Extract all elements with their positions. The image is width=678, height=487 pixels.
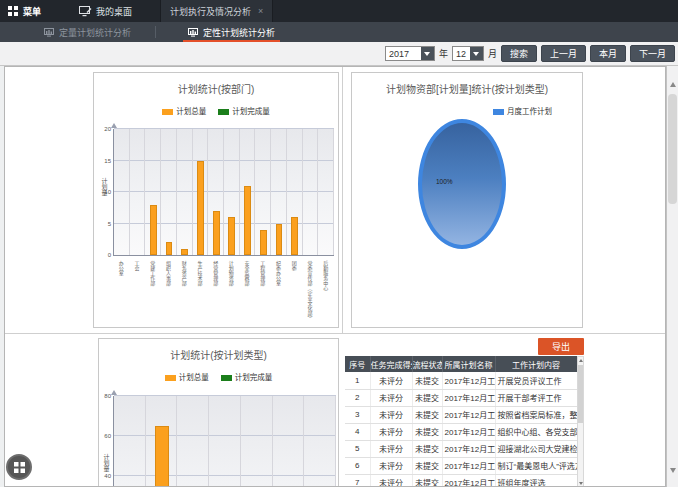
legend-label: 计划完成量	[235, 373, 273, 382]
table-cell: 2017年12月工作计划	[442, 440, 495, 457]
month-select[interactable]: 12	[452, 46, 484, 61]
scroll-up-icon[interactable]	[670, 82, 676, 87]
table-scrollbar[interactable]	[577, 356, 584, 487]
bar-财务资产部	[181, 249, 188, 255]
scrollbar-thumb[interactable]	[668, 94, 677, 204]
legend-swatch-complete	[221, 375, 232, 381]
x-axis-label: 工会	[134, 261, 140, 271]
table-cell: 未评分	[370, 372, 412, 389]
table-row[interactable]: 2未评分未提交2017年12月工作计划开展干部考评工作	[345, 389, 577, 406]
legend-swatch-total	[162, 109, 173, 115]
x-axis-label: 工程管理部	[259, 261, 265, 286]
prev-month-button[interactable]: 上一月	[541, 45, 586, 62]
y-axis-label: 计划量	[102, 454, 111, 472]
legend-label: 计划完成量	[232, 107, 270, 116]
table-cell: 未提交	[412, 389, 442, 406]
scrollbar-thumb[interactable]	[578, 365, 583, 423]
page-scrollbar[interactable]	[666, 66, 678, 487]
legend-swatch-monthly	[493, 109, 504, 115]
table-header-row: 序号任务完成得分流程状态所属计划名称工作计划内容	[345, 356, 577, 372]
table-cell: 未评分	[370, 440, 412, 457]
chart-legend: 计划总量 计划完成量	[99, 371, 338, 382]
chart-plan-by-type: 计划统计(按计划类型) 计划总量 计划完成量 计划量 020406080	[98, 338, 339, 487]
year-select[interactable]: 2017	[385, 46, 435, 61]
table-row[interactable]: 5未评分未提交2017年12月工作计划迎接湖北公司大党建检查	[345, 440, 577, 457]
bar-工程管理部	[260, 230, 267, 255]
table-cell: 未评分	[370, 474, 412, 487]
floating-menu-button[interactable]	[6, 454, 32, 480]
chart-icon	[44, 28, 54, 37]
table-row[interactable]: 1未评分未提交2017年12月工作计划开展党员评议工作	[345, 372, 577, 389]
search-button[interactable]: 搜索	[501, 45, 537, 62]
x-axis-label: 党建工作部	[149, 261, 155, 286]
subtab-quantitative-analysis[interactable]: 定量计划统计分析	[34, 22, 141, 42]
table-cell: 2	[345, 389, 370, 406]
close-icon[interactable]: ×	[258, 6, 263, 16]
y-tick-label: 15	[104, 158, 111, 164]
sub-tab-bar: 定量计划统计分析 定性计划统计分析	[0, 22, 678, 42]
x-axis-label: 组织人事部	[165, 261, 171, 286]
gridline	[333, 129, 334, 255]
gridline	[286, 129, 287, 255]
scroll-down-icon[interactable]	[670, 468, 676, 473]
chart-title: 计划统计(按部门)	[94, 81, 338, 96]
subtab-label: 定性计划统计分析	[203, 26, 275, 39]
year-unit-label: 年	[439, 47, 448, 60]
column-header: 流程状态	[412, 356, 442, 372]
table-row[interactable]: 7未评分未提交2017年12月工作计划班组年度评选	[345, 474, 577, 487]
year-value: 2017	[389, 49, 409, 59]
next-month-button[interactable]: 下一月	[630, 45, 675, 62]
export-button[interactable]: 导出	[538, 338, 584, 355]
table-cell: 2017年12月工作计划	[442, 389, 495, 406]
dashboard-content: 计划统计(按部门) 计划总量 计划完成量 计划量 05101520 办公室工会党…	[4, 66, 666, 487]
gridline	[270, 129, 271, 255]
gridline	[239, 129, 240, 255]
gridline	[192, 129, 193, 255]
legend-item: 计划总量	[165, 371, 209, 382]
table-cell: 7	[345, 474, 370, 487]
table-cell: 未评分	[370, 406, 412, 423]
subtab-qualitative-analysis[interactable]: 定性计划统计分析	[178, 22, 285, 42]
gridline	[335, 396, 336, 487]
tab-plan-execution-analysis[interactable]: 计划执行及情况分析 ×	[160, 0, 273, 22]
y-tick-label: 20	[104, 126, 111, 132]
gridline	[145, 396, 146, 487]
bar-经营管理部	[213, 211, 220, 255]
chart-icon	[188, 28, 198, 37]
table-row[interactable]: 4未评分未提交2017年12月工作计划组织中心组、各党支部学习十九大精神	[345, 423, 577, 440]
x-axis-label: 党委宣传部（企业文化部）	[306, 261, 312, 321]
chart-material-dept-pie: 计划物资部[计划量]统计(按计划类型) 月度工作计划 100%	[351, 72, 583, 328]
legend-item: 计划完成量	[221, 371, 273, 382]
x-axis-label: 办公室	[118, 261, 124, 276]
scroll-down-icon[interactable]	[579, 482, 583, 485]
table-cell: 未评分	[370, 457, 412, 474]
gridline	[223, 129, 224, 255]
legend-item: 计划完成量	[218, 105, 270, 116]
dropdown-arrow-icon[interactable]	[470, 47, 483, 60]
x-axis-label: 安全监察部	[244, 261, 250, 286]
table-cell: 4	[345, 423, 370, 440]
table-cell: 制订“最美恩电人”评选方案	[495, 457, 577, 474]
bar-纪委办公室	[276, 224, 283, 256]
divider	[342, 67, 343, 333]
table-row[interactable]: 3未评分未提交2017年12月工作计划按照省档案局标准，整理补齐中层干部档案	[345, 406, 577, 423]
menu-button[interactable]: 菜单	[0, 0, 49, 22]
this-month-button[interactable]: 本月	[590, 45, 626, 62]
table-row[interactable]: 6未评分未提交2017年12月工作计划制订“最美恩电人”评选方案	[345, 457, 577, 474]
legend-label: 月度工作计划	[507, 107, 552, 116]
table-cell: 2017年12月工作计划	[442, 457, 495, 474]
y-tick-label: 0	[108, 252, 111, 258]
table-cell: 未提交	[412, 440, 442, 457]
my-desktop-button[interactable]: 我的桌面	[73, 0, 138, 22]
dropdown-arrow-icon[interactable]	[421, 47, 434, 60]
bar-月度工作计划	[155, 426, 169, 487]
chart-plan-by-department: 计划统计(按部门) 计划总量 计划完成量 计划量 05101520 办公室工会党…	[93, 72, 339, 328]
gridline	[176, 396, 177, 487]
menu-label: 菜单	[23, 5, 41, 18]
gridline	[272, 396, 273, 487]
table-cell: 2017年12月工作计划	[442, 372, 495, 389]
filter-toolbar: 2017 年 12 月 搜索 上一月 本月 下一月	[0, 42, 678, 66]
table-cell: 按照省档案局标准，整理补齐中层干部档案	[495, 406, 577, 423]
scroll-up-icon[interactable]	[579, 359, 583, 362]
gridline	[176, 129, 177, 255]
